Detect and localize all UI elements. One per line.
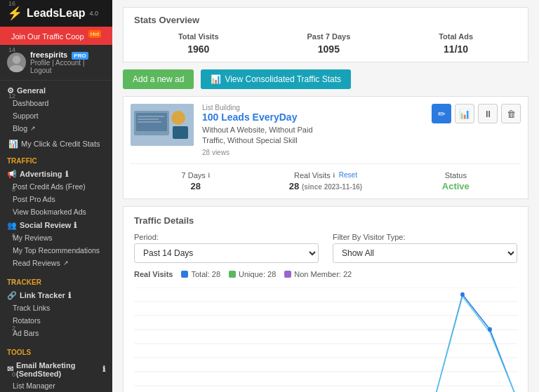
stats-overview-title: Stats Overview [134, 15, 517, 25]
view-consolidated-button[interactable]: 📊 View Consolidated Traffic Stats [201, 69, 351, 89]
pause-ad-button[interactable]: ⏸ [478, 104, 498, 123]
chart-svg [134, 288, 517, 392]
stats-row: Total Visits 1960 Past 7 Days 1095 Total… [134, 32, 517, 55]
ad-thumbnail [131, 104, 194, 146]
ad-actions: ✏ 📊 ⏸ 🗑 [432, 104, 521, 156]
edit-ad-button[interactable]: ✏ [432, 104, 451, 123]
ad-stat-status: Status Active [391, 171, 521, 191]
ad-description: Without A Website, Without Paid Traffic,… [202, 125, 423, 147]
info-icon-real-visits: ℹ [333, 172, 335, 179]
stat-total-visits: Total Visits 1960 [178, 32, 219, 55]
chart-area [134, 288, 517, 392]
ad-views: 28 views [202, 149, 423, 156]
legend-unique-dot [229, 271, 236, 278]
stats-ad-button[interactable]: 📊 [455, 104, 474, 123]
hot-badge: Hot [88, 30, 101, 38]
status-badge: Active [442, 181, 470, 191]
ad-title[interactable]: 100 Leads EveryDay [202, 111, 423, 123]
filter-row: Period: Past 14 Days Past 7 Days Past 30… [134, 233, 517, 263]
delete-ad-button[interactable]: 🗑 [501, 104, 521, 123]
user-links[interactable]: Profile | Account | Logout [30, 59, 105, 74]
user-info: freespirits PRO Profile | Account | Logo… [30, 50, 105, 74]
period-select[interactable]: Past 14 Days Past 7 Days Past 30 Days [134, 243, 319, 263]
stat-past7: Past 7 Days 1095 [307, 32, 351, 55]
traffic-details: Traffic Details Period: Past 14 Days Pas… [123, 206, 528, 392]
legend-nonmember: Non Member: 22 [284, 270, 352, 278]
ad-card-top: List Building 100 Leads EveryDay Without… [131, 104, 521, 156]
info-icon-advertising: ℹ [65, 170, 68, 179]
main-content: Stats Overview Total Visits 1960 Past 7 … [112, 0, 539, 392]
reset-link[interactable]: Reset [339, 171, 357, 179]
sidebar-item-list-manager[interactable]: List Manager [0, 379, 112, 392]
traffic-details-title: Traffic Details [134, 215, 517, 226]
info-icon-7days: ℹ [208, 172, 210, 179]
logo-text: LeadsLeap [27, 7, 86, 20]
stat-total-ads: Total Ads 11/10 [439, 32, 473, 55]
ad-stat-7days: 7 Days ℹ 28 [131, 171, 260, 191]
chart-body: 7 Nov8 Nov9 Nov10 Nov11 Nov12 Nov13 Nov1… [134, 284, 517, 392]
svg-rect-6 [173, 126, 188, 139]
info-icon-tracker: ℹ [68, 291, 71, 300]
add-new-ad-button[interactable]: Add a new ad [123, 69, 194, 89]
period-label: Period: [134, 233, 319, 241]
chart-container: 1614121086420 [134, 284, 517, 392]
logo-version: 4.0 [90, 10, 99, 17]
svg-point-5 [171, 111, 185, 125]
chart-bar-icon: 📊 [211, 74, 221, 84]
svg-point-21 [488, 327, 492, 331]
ad-stats-row: 7 Days ℹ 28 Real Visits ℹ Reset 28 (sinc… [131, 163, 521, 191]
legend-total-dot [181, 271, 188, 278]
info-icon-social: ℹ [74, 221, 76, 230]
svg-point-20 [460, 292, 465, 297]
info-icon-email: ℹ [102, 365, 105, 374]
username: freespirits PRO [30, 50, 105, 59]
real-visits-label: Real Visits [134, 270, 173, 278]
visitor-type-filter: Filter By Visitor Type: Show All Members… [333, 233, 517, 263]
ad-category: List Building [202, 104, 423, 111]
period-filter: Period: Past 14 Days Past 7 Days Past 30… [134, 233, 319, 263]
stats-overview: Stats Overview Total Visits 1960 Past 7 … [123, 7, 528, 62]
visitor-type-label: Filter By Visitor Type: [333, 233, 517, 241]
visitor-type-select[interactable]: Show All Members Only Non Members Only [333, 243, 517, 263]
action-bar: Add a new ad 📊 View Consolidated Traffic… [112, 69, 539, 96]
legend-unique: Unique: 28 [229, 270, 276, 278]
ad-stat-real-visits: Real Visits ℹ Reset 28 (since 2023-11-16… [260, 171, 390, 191]
legend-total: Total: 28 [181, 270, 220, 278]
legend-nonmember-dot [284, 271, 291, 278]
chart-legend: Real Visits Total: 28 Unique: 28 Non Mem… [134, 270, 517, 278]
ad-info: List Building 100 Leads EveryDay Without… [202, 104, 423, 156]
ad-card: List Building 100 Leads EveryDay Without… [123, 96, 528, 199]
